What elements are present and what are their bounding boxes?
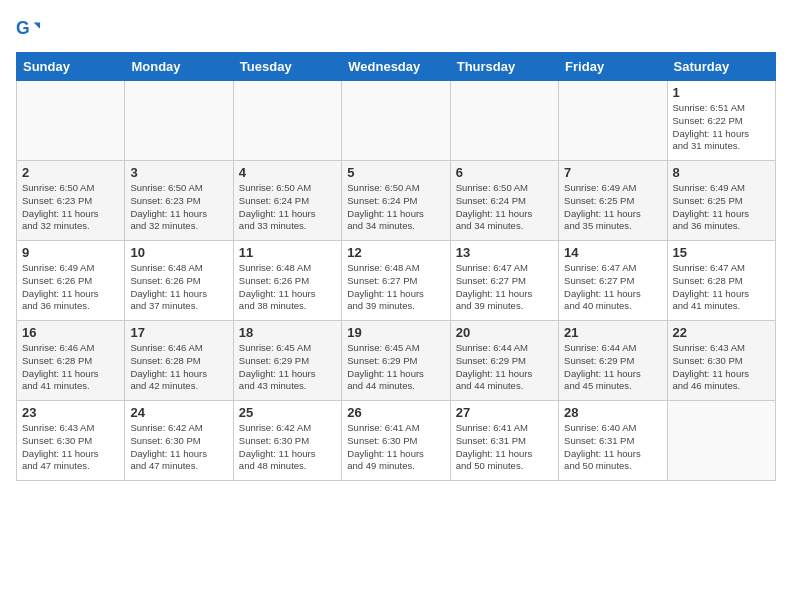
- day-info: Sunrise: 6:42 AM Sunset: 6:30 PM Dayligh…: [239, 422, 336, 473]
- day-number: 12: [347, 245, 444, 260]
- day-number: 22: [673, 325, 770, 340]
- week-row-5: 23Sunrise: 6:43 AM Sunset: 6:30 PM Dayli…: [17, 401, 776, 481]
- day-info: Sunrise: 6:49 AM Sunset: 6:26 PM Dayligh…: [22, 262, 119, 313]
- day-number: 8: [673, 165, 770, 180]
- calendar-header: SundayMondayTuesdayWednesdayThursdayFrid…: [17, 53, 776, 81]
- week-row-2: 2Sunrise: 6:50 AM Sunset: 6:23 PM Daylig…: [17, 161, 776, 241]
- week-row-4: 16Sunrise: 6:46 AM Sunset: 6:28 PM Dayli…: [17, 321, 776, 401]
- day-number: 19: [347, 325, 444, 340]
- day-info: Sunrise: 6:47 AM Sunset: 6:28 PM Dayligh…: [673, 262, 770, 313]
- calendar-cell: 2Sunrise: 6:50 AM Sunset: 6:23 PM Daylig…: [17, 161, 125, 241]
- calendar-cell: 1Sunrise: 6:51 AM Sunset: 6:22 PM Daylig…: [667, 81, 775, 161]
- day-number: 27: [456, 405, 553, 420]
- day-number: 23: [22, 405, 119, 420]
- day-number: 1: [673, 85, 770, 100]
- day-number: 5: [347, 165, 444, 180]
- calendar-cell: 9Sunrise: 6:49 AM Sunset: 6:26 PM Daylig…: [17, 241, 125, 321]
- calendar-cell: [667, 401, 775, 481]
- calendar-cell: 5Sunrise: 6:50 AM Sunset: 6:24 PM Daylig…: [342, 161, 450, 241]
- calendar-cell: [450, 81, 558, 161]
- page-header: G: [16, 16, 776, 40]
- weekday-header-saturday: Saturday: [667, 53, 775, 81]
- day-info: Sunrise: 6:43 AM Sunset: 6:30 PM Dayligh…: [673, 342, 770, 393]
- day-number: 20: [456, 325, 553, 340]
- day-info: Sunrise: 6:50 AM Sunset: 6:24 PM Dayligh…: [347, 182, 444, 233]
- day-info: Sunrise: 6:42 AM Sunset: 6:30 PM Dayligh…: [130, 422, 227, 473]
- weekday-header-thursday: Thursday: [450, 53, 558, 81]
- calendar-cell: 25Sunrise: 6:42 AM Sunset: 6:30 PM Dayli…: [233, 401, 341, 481]
- day-number: 11: [239, 245, 336, 260]
- day-number: 14: [564, 245, 661, 260]
- week-row-1: 1Sunrise: 6:51 AM Sunset: 6:22 PM Daylig…: [17, 81, 776, 161]
- day-number: 18: [239, 325, 336, 340]
- weekday-header-sunday: Sunday: [17, 53, 125, 81]
- calendar-cell: 23Sunrise: 6:43 AM Sunset: 6:30 PM Dayli…: [17, 401, 125, 481]
- calendar-cell: 10Sunrise: 6:48 AM Sunset: 6:26 PM Dayli…: [125, 241, 233, 321]
- day-info: Sunrise: 6:47 AM Sunset: 6:27 PM Dayligh…: [564, 262, 661, 313]
- day-info: Sunrise: 6:45 AM Sunset: 6:29 PM Dayligh…: [239, 342, 336, 393]
- calendar-cell: [559, 81, 667, 161]
- week-row-3: 9Sunrise: 6:49 AM Sunset: 6:26 PM Daylig…: [17, 241, 776, 321]
- day-info: Sunrise: 6:48 AM Sunset: 6:26 PM Dayligh…: [130, 262, 227, 313]
- day-info: Sunrise: 6:48 AM Sunset: 6:26 PM Dayligh…: [239, 262, 336, 313]
- weekday-header-tuesday: Tuesday: [233, 53, 341, 81]
- calendar-cell: [342, 81, 450, 161]
- calendar-cell: 4Sunrise: 6:50 AM Sunset: 6:24 PM Daylig…: [233, 161, 341, 241]
- calendar-table: SundayMondayTuesdayWednesdayThursdayFrid…: [16, 52, 776, 481]
- day-number: 7: [564, 165, 661, 180]
- calendar-cell: 22Sunrise: 6:43 AM Sunset: 6:30 PM Dayli…: [667, 321, 775, 401]
- day-info: Sunrise: 6:44 AM Sunset: 6:29 PM Dayligh…: [456, 342, 553, 393]
- day-info: Sunrise: 6:51 AM Sunset: 6:22 PM Dayligh…: [673, 102, 770, 153]
- day-info: Sunrise: 6:50 AM Sunset: 6:24 PM Dayligh…: [456, 182, 553, 233]
- calendar-cell: [17, 81, 125, 161]
- calendar-cell: [125, 81, 233, 161]
- calendar-cell: 21Sunrise: 6:44 AM Sunset: 6:29 PM Dayli…: [559, 321, 667, 401]
- day-number: 4: [239, 165, 336, 180]
- calendar-cell: 7Sunrise: 6:49 AM Sunset: 6:25 PM Daylig…: [559, 161, 667, 241]
- calendar-cell: 3Sunrise: 6:50 AM Sunset: 6:23 PM Daylig…: [125, 161, 233, 241]
- calendar-cell: 15Sunrise: 6:47 AM Sunset: 6:28 PM Dayli…: [667, 241, 775, 321]
- calendar-cell: 6Sunrise: 6:50 AM Sunset: 6:24 PM Daylig…: [450, 161, 558, 241]
- calendar-cell: 13Sunrise: 6:47 AM Sunset: 6:27 PM Dayli…: [450, 241, 558, 321]
- calendar-cell: 16Sunrise: 6:46 AM Sunset: 6:28 PM Dayli…: [17, 321, 125, 401]
- day-info: Sunrise: 6:50 AM Sunset: 6:23 PM Dayligh…: [22, 182, 119, 233]
- day-info: Sunrise: 6:41 AM Sunset: 6:30 PM Dayligh…: [347, 422, 444, 473]
- calendar-cell: 11Sunrise: 6:48 AM Sunset: 6:26 PM Dayli…: [233, 241, 341, 321]
- day-number: 17: [130, 325, 227, 340]
- day-number: 15: [673, 245, 770, 260]
- day-number: 3: [130, 165, 227, 180]
- calendar-cell: 24Sunrise: 6:42 AM Sunset: 6:30 PM Dayli…: [125, 401, 233, 481]
- day-info: Sunrise: 6:50 AM Sunset: 6:23 PM Dayligh…: [130, 182, 227, 233]
- calendar-cell: 27Sunrise: 6:41 AM Sunset: 6:31 PM Dayli…: [450, 401, 558, 481]
- day-info: Sunrise: 6:46 AM Sunset: 6:28 PM Dayligh…: [130, 342, 227, 393]
- day-info: Sunrise: 6:46 AM Sunset: 6:28 PM Dayligh…: [22, 342, 119, 393]
- calendar-cell: 12Sunrise: 6:48 AM Sunset: 6:27 PM Dayli…: [342, 241, 450, 321]
- weekday-header-monday: Monday: [125, 53, 233, 81]
- calendar-cell: 18Sunrise: 6:45 AM Sunset: 6:29 PM Dayli…: [233, 321, 341, 401]
- calendar-cell: 14Sunrise: 6:47 AM Sunset: 6:27 PM Dayli…: [559, 241, 667, 321]
- day-info: Sunrise: 6:43 AM Sunset: 6:30 PM Dayligh…: [22, 422, 119, 473]
- logo: G: [16, 16, 44, 40]
- day-number: 13: [456, 245, 553, 260]
- day-number: 9: [22, 245, 119, 260]
- day-info: Sunrise: 6:40 AM Sunset: 6:31 PM Dayligh…: [564, 422, 661, 473]
- day-info: Sunrise: 6:45 AM Sunset: 6:29 PM Dayligh…: [347, 342, 444, 393]
- calendar-body: 1Sunrise: 6:51 AM Sunset: 6:22 PM Daylig…: [17, 81, 776, 481]
- day-info: Sunrise: 6:49 AM Sunset: 6:25 PM Dayligh…: [564, 182, 661, 233]
- day-info: Sunrise: 6:50 AM Sunset: 6:24 PM Dayligh…: [239, 182, 336, 233]
- day-number: 16: [22, 325, 119, 340]
- calendar-cell: 28Sunrise: 6:40 AM Sunset: 6:31 PM Dayli…: [559, 401, 667, 481]
- weekday-row: SundayMondayTuesdayWednesdayThursdayFrid…: [17, 53, 776, 81]
- day-number: 26: [347, 405, 444, 420]
- day-info: Sunrise: 6:41 AM Sunset: 6:31 PM Dayligh…: [456, 422, 553, 473]
- day-number: 25: [239, 405, 336, 420]
- calendar-cell: 26Sunrise: 6:41 AM Sunset: 6:30 PM Dayli…: [342, 401, 450, 481]
- day-number: 24: [130, 405, 227, 420]
- day-info: Sunrise: 6:49 AM Sunset: 6:25 PM Dayligh…: [673, 182, 770, 233]
- calendar-cell: 20Sunrise: 6:44 AM Sunset: 6:29 PM Dayli…: [450, 321, 558, 401]
- weekday-header-wednesday: Wednesday: [342, 53, 450, 81]
- day-number: 6: [456, 165, 553, 180]
- weekday-header-friday: Friday: [559, 53, 667, 81]
- calendar-cell: 17Sunrise: 6:46 AM Sunset: 6:28 PM Dayli…: [125, 321, 233, 401]
- calendar-cell: 8Sunrise: 6:49 AM Sunset: 6:25 PM Daylig…: [667, 161, 775, 241]
